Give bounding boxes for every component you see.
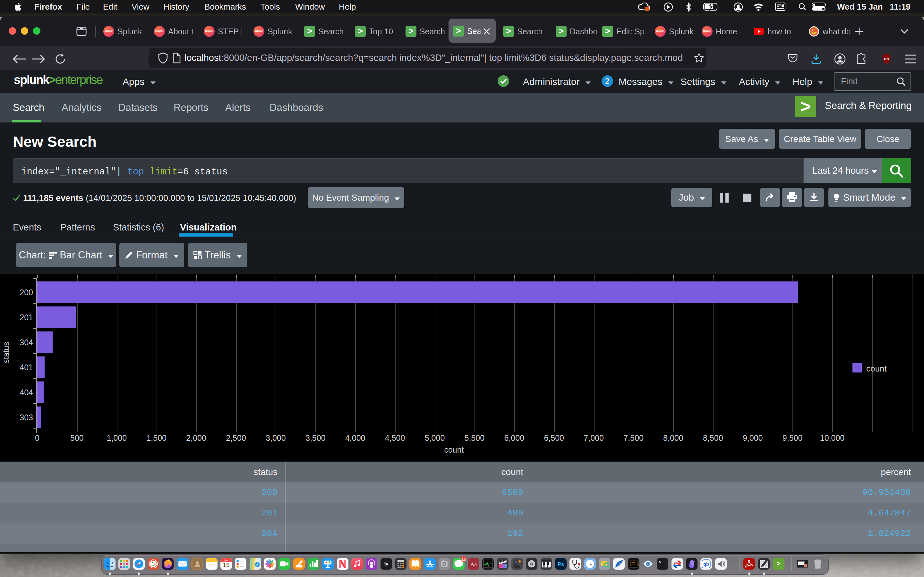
svg-text:RY 7:36: RY 7:36 [630,564,639,567]
svg-text:WARNIN: WARNIN [630,561,638,564]
svg-text:>_: >_ [659,560,664,565]
svg-text:JAN: JAN [224,559,228,561]
svg-text:Ps: Ps [557,561,564,567]
svg-text:uo: uo [884,57,889,61]
svg-text:15: 15 [223,562,229,568]
svg-text:tv: tv [384,562,389,566]
svg-text:Aa: Aa [470,561,477,567]
svg-text:qb: qb [703,562,709,567]
